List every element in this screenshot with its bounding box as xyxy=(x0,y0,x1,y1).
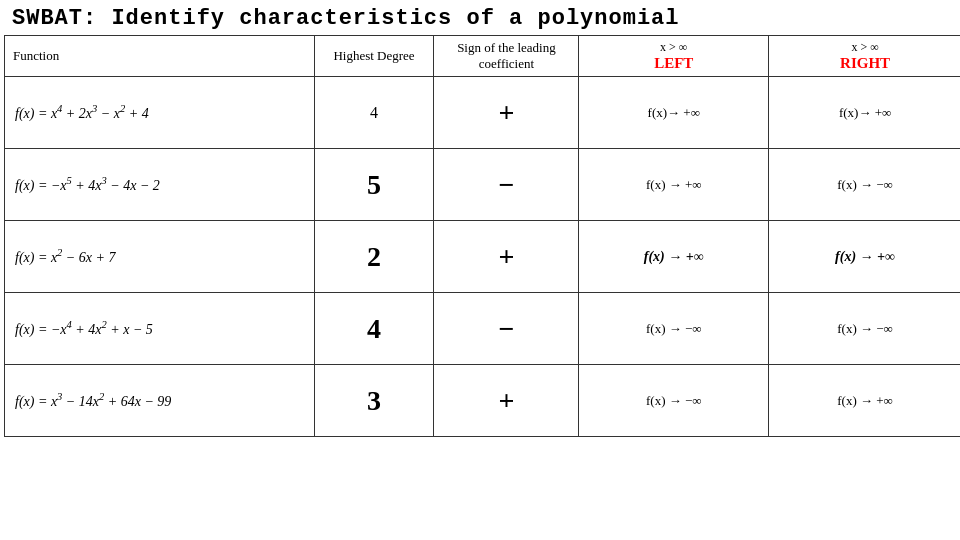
func-cell-3: f(x) = −x4 + 4x2 + x − 5 xyxy=(5,293,315,365)
header-sign: Sign of the leading coefficient xyxy=(434,36,579,77)
left-cell-3: f(x) → −∞ xyxy=(579,293,769,365)
func-cell-4: f(x) = x3 − 14x2 + 64x − 99 xyxy=(5,365,315,437)
degree-cell-0: 4 xyxy=(314,77,434,149)
main-table-wrapper: Function Highest Degree Sign of the lead… xyxy=(0,35,960,437)
right-cell-0: f(x)→ +∞ xyxy=(769,77,960,149)
right-cell-1: f(x) → −∞ xyxy=(769,149,960,221)
left-cell-0: f(x)→ +∞ xyxy=(579,77,769,149)
header-degree: Highest Degree xyxy=(314,36,434,77)
table-row: f(x) = x2 − 6x + 72+f(x) → +∞f(x) → +∞ xyxy=(5,221,961,293)
left-cell-2: f(x) → +∞ xyxy=(579,221,769,293)
right-cell-3: f(x) → −∞ xyxy=(769,293,960,365)
degree-cell-1: 5 xyxy=(314,149,434,221)
page-title: SWBAT: Identify characteristics of a pol… xyxy=(0,0,960,35)
header-left-arrow: x > ∞ xyxy=(587,40,760,55)
table-row: f(x) = x4 + 2x3 − x2 + 44+f(x)→ +∞f(x)→ … xyxy=(5,77,961,149)
header-right: x > ∞ RIGHT xyxy=(769,36,960,77)
func-cell-2: f(x) = x2 − 6x + 7 xyxy=(5,221,315,293)
header-right-arrow: x > ∞ xyxy=(777,40,953,55)
sign-cell-0: + xyxy=(434,77,579,149)
left-cell-4: f(x) → −∞ xyxy=(579,365,769,437)
sign-cell-3: − xyxy=(434,293,579,365)
degree-cell-4: 3 xyxy=(314,365,434,437)
header-left-label: LEFT xyxy=(587,55,760,72)
table-row: f(x) = x3 − 14x2 + 64x − 993+f(x) → −∞f(… xyxy=(5,365,961,437)
func-cell-0: f(x) = x4 + 2x3 − x2 + 4 xyxy=(5,77,315,149)
sign-cell-4: + xyxy=(434,365,579,437)
degree-cell-2: 2 xyxy=(314,221,434,293)
degree-cell-3: 4 xyxy=(314,293,434,365)
left-cell-1: f(x) → +∞ xyxy=(579,149,769,221)
right-cell-2: f(x) → +∞ xyxy=(769,221,960,293)
sign-cell-1: − xyxy=(434,149,579,221)
func-cell-1: f(x) = −x5 + 4x3 − 4x − 2 xyxy=(5,149,315,221)
right-cell-4: f(x) → +∞ xyxy=(769,365,960,437)
polynomial-table: Function Highest Degree Sign of the lead… xyxy=(4,35,960,437)
sign-cell-2: + xyxy=(434,221,579,293)
header-right-label: RIGHT xyxy=(777,55,953,72)
header-left: x > ∞ LEFT xyxy=(579,36,769,77)
table-row: f(x) = −x4 + 4x2 + x − 54−f(x) → −∞f(x) … xyxy=(5,293,961,365)
table-row: f(x) = −x5 + 4x3 − 4x − 25−f(x) → +∞f(x)… xyxy=(5,149,961,221)
header-function: Function xyxy=(5,36,315,77)
